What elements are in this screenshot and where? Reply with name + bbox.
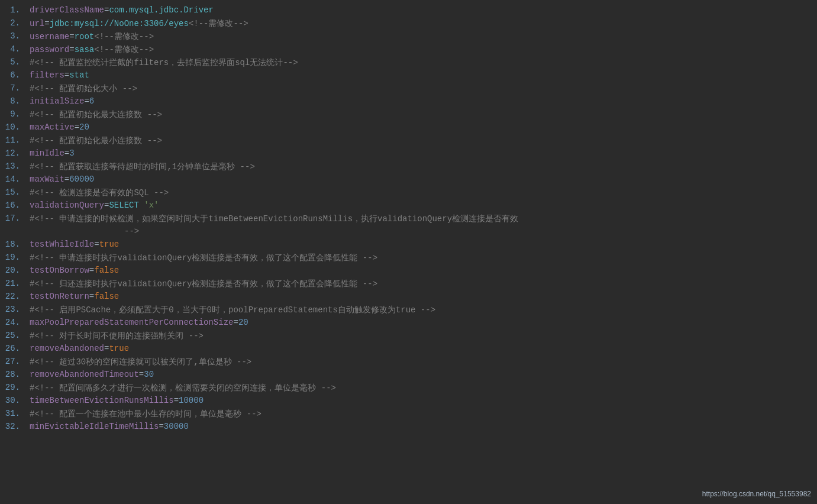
code-token: = — [89, 266, 94, 275]
line-number: 27. — [0, 357, 30, 366]
code-token: false — [94, 292, 119, 301]
line-number: 31. — [0, 409, 30, 418]
code-line: 5.#<!-- 配置监控统计拦截的filters，去掉后监控界面sql无法统计-… — [0, 57, 817, 70]
code-token: removeAbandoned — [30, 344, 104, 353]
code-token: removeAbandonedTimeout — [30, 370, 139, 379]
code-line: 19.#<!-- 申请连接时执行validationQuery检测连接是否有效，… — [0, 252, 817, 265]
code-token: 30 — [144, 370, 154, 379]
code-token: 6 — [89, 96, 94, 106]
code-token: SELECT — [109, 201, 144, 210]
code-line: 16.validationQuery=SELECT 'x' — [0, 200, 817, 213]
code-token: com.mysql.jdbc. — [109, 5, 183, 15]
code-line: 29.#<!-- 配置间隔多久才进行一次检测，检测需要关闭的空闲连接，单位是毫秒… — [0, 382, 817, 395]
code-token: testOnBorrow — [30, 266, 89, 275]
code-token: timeBetweenEvictionRunsMillis — [30, 396, 174, 405]
code-line: 8.initialSize=6 — [0, 96, 817, 109]
line-content: minEvictableIdleTimeMillis=30000 — [30, 422, 817, 431]
line-number: 24. — [0, 318, 30, 327]
line-content: #<!-- 配置初始化最小连接数 --> — [30, 135, 817, 146]
code-token: #<!-- 申请连接时执行validationQuery检测连接是否有效，做了这… — [30, 253, 377, 263]
code-line: 23.#<!-- 启用PSCache，必须配置大于0，当大于0时，poolPre… — [0, 304, 817, 317]
code-token: maxWait — [30, 175, 64, 184]
line-number: 8. — [0, 96, 30, 106]
code-token: #<!-- 配置监控统计拦截的filters，去掉后监控界面sql无法统计--> — [30, 58, 298, 67]
line-content: password=sasa<!--需修改--> — [30, 44, 817, 55]
code-line: 30.timeBetweenEvictionRunsMillis=10000 — [0, 395, 817, 408]
line-content: url=jdbc:mysql://NoOne:3306/eyes<!--需修改-… — [30, 18, 817, 29]
code-token: #<!-- 归还连接时执行validationQuery检测连接是否有效，做了这… — [30, 279, 377, 289]
code-token: #<!-- 启用PSCache，必须配置大于0，当大于0时，poolPrepar… — [30, 305, 435, 315]
code-token: url — [30, 19, 44, 28]
code-token: password — [30, 45, 69, 54]
code-token: --> — [124, 227, 139, 236]
line-number: 22. — [0, 292, 30, 301]
line-content: maxWait=60000 — [30, 175, 817, 184]
code-token: sasa — [75, 45, 95, 54]
line-content: #<!-- 启用PSCache，必须配置大于0，当大于0时，poolPrepar… — [30, 305, 817, 315]
code-token: <!--需修改--> — [94, 45, 154, 54]
code-line: 9.#<!-- 配置初始化最大连接数 --> — [0, 109, 817, 122]
line-number: 19. — [0, 253, 30, 262]
code-token: <!--需修改--> — [94, 32, 154, 41]
code-token: = — [69, 32, 74, 41]
code-line: 13.#<!-- 配置获取连接等待超时的时间,1分钟单位是毫秒 --> — [0, 161, 817, 174]
code-line: 25.#<!-- 对于长时间不使用的连接强制关闭 --> — [0, 330, 817, 343]
line-number: 30. — [0, 396, 30, 405]
code-token: jdbc:mysql://NoOne:3306/eyes — [50, 19, 189, 28]
line-number: 10. — [0, 122, 30, 132]
code-token: = — [139, 370, 144, 379]
line-content: removeAbandonedTimeout=30 — [30, 370, 817, 379]
code-line: 12.minIdle=3 — [0, 148, 817, 161]
code-token: #<!-- 配置间隔多久才进行一次检测，检测需要关闭的空闲连接，单位是毫秒 --… — [30, 383, 336, 393]
line-content: timeBetweenEvictionRunsMillis=10000 — [30, 396, 817, 405]
line-content: maxActive=20 — [30, 122, 817, 132]
code-token: stat — [69, 70, 89, 80]
code-token: false — [94, 266, 119, 275]
line-content: #<!-- 配置一个连接在池中最小生存的时间，单位是毫秒 --> — [30, 409, 817, 419]
line-number: 11. — [0, 135, 30, 145]
line-number: 7. — [0, 83, 30, 93]
line-number: 4. — [0, 44, 30, 54]
code-token: filters — [30, 70, 64, 80]
line-number: 17. — [0, 214, 30, 223]
code-token: #<!-- 配置初始化最小连接数 --> — [30, 136, 162, 146]
line-number: 9. — [0, 109, 30, 119]
line-number: 5. — [0, 57, 30, 67]
code-token: 60000 — [69, 175, 94, 184]
code-line: 32.minEvictableIdleTimeMillis=30000 — [0, 421, 817, 434]
line-number: 15. — [0, 188, 30, 197]
line-number: 13. — [0, 161, 30, 171]
code-token: 10000 — [179, 396, 204, 405]
line-number: 26. — [0, 344, 30, 353]
code-token: = — [64, 70, 69, 80]
code-token: = — [44, 19, 49, 28]
code-token: = — [64, 175, 69, 184]
line-number: 3. — [0, 31, 30, 41]
line-content: #<!-- 申请连接时执行validationQuery检测连接是否有效，做了这… — [30, 253, 817, 263]
code-line: 22.testOnReturn=false — [0, 291, 817, 304]
code-token: = — [233, 318, 238, 327]
code-line: 17.#<!-- 申请连接的时候检测，如果空闲时间大于timeBetweenEv… — [0, 213, 817, 226]
line-number: 32. — [0, 422, 30, 431]
code-line: 15.#<!-- 检测连接是否有效的SQL --> — [0, 187, 817, 200]
line-content: username=root<!--需修改--> — [30, 31, 817, 42]
code-line: --> — [0, 226, 817, 239]
line-content: driverClassName=com.mysql.jdbc.Driver — [30, 5, 817, 15]
code-token: 3 — [69, 148, 74, 158]
code-token: maxActive — [30, 122, 75, 132]
line-number: 18. — [0, 240, 30, 249]
line-number: 6. — [0, 70, 30, 80]
code-line: 1.driverClassName=com.mysql.jdbc.Driver — [0, 5, 817, 18]
code-token: = — [159, 422, 163, 431]
code-line: 28.removeAbandonedTimeout=30 — [0, 369, 817, 382]
line-content: #<!-- 配置监控统计拦截的filters，去掉后监控界面sql无法统计--> — [30, 57, 817, 68]
code-line: 7.#<!-- 配置初始化大小 --> — [0, 83, 817, 96]
line-content: #<!-- 配置获取连接等待超时的时间,1分钟单位是毫秒 --> — [30, 161, 817, 172]
code-line: 31.#<!-- 配置一个连接在池中最小生存的时间，单位是毫秒 --> — [0, 408, 817, 421]
code-line: 3.username=root<!--需修改--> — [0, 31, 817, 44]
code-token: #<!-- 配置获取连接等待超时的时间,1分钟单位是毫秒 --> — [30, 162, 255, 172]
code-line: 27.#<!-- 超过30秒的空闲连接就可以被关闭了,单位是秒 --> — [0, 356, 817, 369]
code-token: 30000 — [164, 422, 189, 431]
line-content: #<!-- 申请连接的时候检测，如果空闲时间大于timeBetweenEvict… — [30, 214, 817, 224]
code-token: = — [75, 122, 79, 132]
